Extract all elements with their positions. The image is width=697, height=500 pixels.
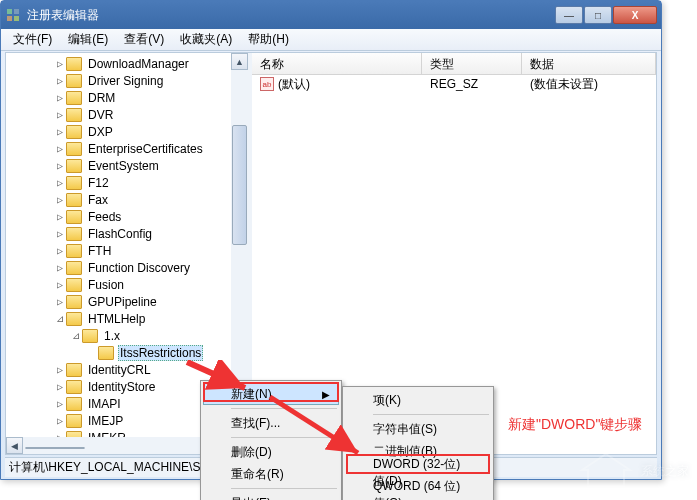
tree-node[interactable]: ▷IdentityCRL	[6, 361, 247, 378]
tree-label: DVR	[86, 108, 115, 122]
folder-icon	[66, 295, 82, 309]
expand-icon[interactable]: ▷	[54, 228, 66, 240]
folder-icon	[66, 227, 82, 241]
folder-icon	[66, 142, 82, 156]
expand-icon[interactable]: ▷	[54, 160, 66, 172]
tree-node[interactable]: ItssRestrictions	[6, 344, 247, 361]
tree-node[interactable]: ▷Feeds	[6, 208, 247, 225]
col-data[interactable]: 数据	[522, 53, 656, 74]
col-name[interactable]: 名称	[252, 53, 422, 74]
menu-new-key[interactable]: 项(K)	[345, 389, 491, 411]
tree-node[interactable]: ▷DVR	[6, 106, 247, 123]
tree-node[interactable]: ▷DRM	[6, 89, 247, 106]
menu-edit[interactable]: 编辑(E)	[60, 29, 116, 50]
tree-label: DRM	[86, 91, 117, 105]
menu-help[interactable]: 帮助(H)	[240, 29, 297, 50]
tree-label: GPUPipeline	[86, 295, 159, 309]
tree-node[interactable]: ▷DownloadManager	[6, 55, 247, 72]
folder-icon	[66, 380, 82, 394]
list-header: 名称 类型 数据	[252, 53, 656, 75]
minimize-button[interactable]: —	[555, 6, 583, 24]
svg-rect-1	[14, 9, 19, 14]
tree-label: IdentityCRL	[86, 363, 153, 377]
tree-label: Feeds	[86, 210, 123, 224]
tree-node[interactable]: ▷Fax	[6, 191, 247, 208]
tree-node[interactable]: ▷FlashConfig	[6, 225, 247, 242]
expand-icon[interactable]: ▷	[54, 194, 66, 206]
menu-export[interactable]: 导出(E)	[203, 492, 339, 500]
expand-icon[interactable]: ▷	[54, 143, 66, 155]
tree-node[interactable]: ▷EnterpriseCertificates	[6, 140, 247, 157]
tree-node[interactable]: ⊿HTMLHelp	[6, 310, 247, 327]
tree-node[interactable]: ▷Function Discovery	[6, 259, 247, 276]
tree-label: FlashConfig	[86, 227, 154, 241]
tree-node[interactable]: ⊿1.x	[6, 327, 247, 344]
maximize-button[interactable]: □	[584, 6, 612, 24]
menu-delete[interactable]: 删除(D)	[203, 441, 339, 463]
menu-new[interactable]: 新建(N)▶	[203, 383, 339, 405]
expand-icon[interactable]: ▷	[54, 398, 66, 410]
tree-node[interactable]: ▷Driver Signing	[6, 72, 247, 89]
expand-icon[interactable]: ▷	[54, 279, 66, 291]
submenu-arrow-icon: ▶	[322, 389, 330, 400]
expand-icon[interactable]: ▷	[54, 58, 66, 70]
titlebar[interactable]: 注册表编辑器 — □ X	[1, 1, 661, 29]
expand-icon[interactable]: ▷	[54, 381, 66, 393]
list-row[interactable]: ab(默认) REG_SZ (数值未设置)	[252, 75, 656, 93]
value-type: REG_SZ	[422, 76, 522, 92]
tree-node[interactable]: ▷GPUPipeline	[6, 293, 247, 310]
folder-icon	[66, 312, 82, 326]
context-menu: 新建(N)▶ 查找(F)... 删除(D) 重命名(R) 导出(E)	[200, 380, 342, 500]
menu-file[interactable]: 文件(F)	[5, 29, 60, 50]
expand-icon[interactable]: ▷	[54, 109, 66, 121]
scroll-up-icon[interactable]: ▲	[231, 53, 248, 70]
tree-label: Driver Signing	[86, 74, 165, 88]
tree-label: Fax	[86, 193, 110, 207]
menu-find[interactable]: 查找(F)...	[203, 412, 339, 434]
expand-icon[interactable]: ▷	[54, 75, 66, 87]
expand-icon[interactable]: ▷	[54, 415, 66, 427]
expand-icon[interactable]: ⊿	[54, 313, 66, 325]
tree-label: IMAPI	[86, 397, 123, 411]
folder-icon	[66, 176, 82, 190]
annotation-text: 新建"DWORD"键步骤	[508, 416, 642, 434]
expand-icon[interactable]: ▷	[54, 262, 66, 274]
col-type[interactable]: 类型	[422, 53, 522, 74]
svg-rect-2	[7, 16, 12, 21]
expand-icon[interactable]: ▷	[54, 245, 66, 257]
menu-rename[interactable]: 重命名(R)	[203, 463, 339, 485]
tree-label: DXP	[86, 125, 115, 139]
expand-icon[interactable]: ▷	[54, 364, 66, 376]
tree-node[interactable]: ▷EventSystem	[6, 157, 247, 174]
tree-node[interactable]: ▷DXP	[6, 123, 247, 140]
tree-label: 1.x	[102, 329, 122, 343]
status-path: 计算机\HKEY_LOCAL_MACHINE\S	[9, 459, 200, 476]
expand-icon[interactable]: ▷	[54, 296, 66, 308]
tree-node[interactable]: ▷F12	[6, 174, 247, 191]
context-submenu-new: 项(K) 字符串值(S) 二进制值(B) DWORD (32-位)值(D) QW…	[342, 386, 494, 500]
menu-favorites[interactable]: 收藏夹(A)	[172, 29, 240, 50]
close-button[interactable]: X	[613, 6, 657, 24]
expand-icon[interactable]: ▷	[54, 211, 66, 223]
expand-icon[interactable]	[86, 347, 98, 359]
tree-node[interactable]: ▷Fusion	[6, 276, 247, 293]
menu-separator	[231, 408, 337, 409]
expand-icon[interactable]: ▷	[54, 92, 66, 104]
scroll-left-icon[interactable]: ◀	[6, 437, 23, 454]
tree-label: HTMLHelp	[86, 312, 147, 326]
expand-icon[interactable]: ⊿	[70, 330, 82, 342]
folder-icon	[66, 363, 82, 377]
menu-view[interactable]: 查看(V)	[116, 29, 172, 50]
tree-node[interactable]: ▷FTH	[6, 242, 247, 259]
expand-icon[interactable]: ▷	[54, 126, 66, 138]
folder-icon	[66, 125, 82, 139]
folder-icon	[66, 108, 82, 122]
menu-new-string[interactable]: 字符串值(S)	[345, 418, 491, 440]
tree-label: IdentityStore	[86, 380, 157, 394]
menu-new-qword[interactable]: QWORD (64 位)值(Q)	[345, 484, 491, 500]
folder-icon	[98, 346, 114, 360]
folder-icon	[66, 193, 82, 207]
horizontal-scrollbar[interactable]: ◀ ▶	[6, 437, 231, 454]
expand-icon[interactable]: ▷	[54, 177, 66, 189]
folder-icon	[82, 329, 98, 343]
